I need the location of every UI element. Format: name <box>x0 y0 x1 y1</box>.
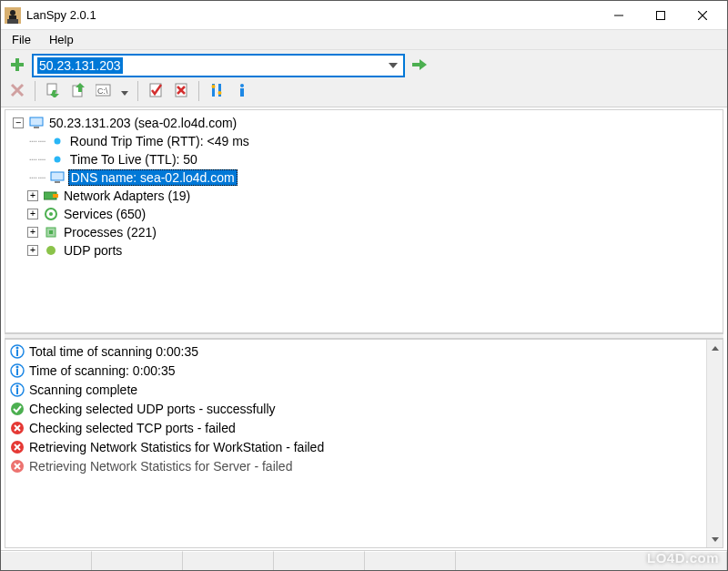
vertical-scrollbar[interactable] <box>706 340 723 547</box>
error-circle-icon <box>9 458 25 474</box>
tree-label: Network Adapters (19) <box>62 189 192 203</box>
bullet-icon <box>50 134 65 148</box>
log-text: Checking selected UDP ports - successful… <box>29 402 276 416</box>
add-button[interactable] <box>6 55 28 76</box>
svg-point-29 <box>218 91 222 95</box>
log-text: Total time of scanning 0:00:35 <box>29 344 198 359</box>
tree-root-label: 50.23.131.203 (sea-02.lo4d.com) <box>47 116 238 130</box>
tools-icon <box>209 83 224 100</box>
menu-help[interactable]: Help <box>40 31 83 48</box>
svg-point-30 <box>240 84 244 87</box>
delete-button[interactable] <box>6 80 28 102</box>
tree-item-ttl[interactable]: ┈┈ Time To Live (TTL): 50 <box>7 150 721 168</box>
tree-label-selected: DNS name: sea-02.lo4d.com <box>68 169 238 186</box>
tree-item-processes[interactable]: + Processes (221) <box>7 223 721 241</box>
svg-rect-37 <box>55 181 60 183</box>
sheet-down-icon <box>46 83 60 100</box>
info-icon <box>235 83 249 100</box>
svg-rect-18 <box>78 87 82 92</box>
circle-green-icon <box>44 243 58 258</box>
check-button[interactable] <box>145 80 167 102</box>
info-circle-icon <box>9 343 25 360</box>
tree-label: UDP ports <box>62 243 124 258</box>
info-circle-icon <box>9 382 25 398</box>
status-cell <box>183 551 274 570</box>
tree-label: Time To Live (TTL): 50 <box>68 152 199 167</box>
tree-item-dns[interactable]: ┈┈ DNS name: sea-02.lo4d.com <box>7 168 721 187</box>
status-cell <box>92 551 183 570</box>
statusbar <box>1 550 727 570</box>
tree-item-services[interactable]: + Services (650) <box>7 205 721 223</box>
log-row: Checking selected TCP ports - failed <box>5 418 706 437</box>
terminal-dropdown[interactable] <box>118 80 131 102</box>
go-button[interactable] <box>409 55 430 76</box>
tree-item-adapters[interactable]: + Network Adapters (19) <box>7 187 721 205</box>
svg-rect-39 <box>53 194 58 198</box>
svg-marker-65 <box>712 537 719 542</box>
expand-icon[interactable]: + <box>27 227 38 238</box>
svg-rect-9 <box>11 63 24 66</box>
minimize-button[interactable] <box>598 2 640 29</box>
menubar: File Help <box>1 30 727 50</box>
tree-label: Services (650) <box>62 207 147 221</box>
log-row: Checking selected UDP ports - successful… <box>5 399 706 418</box>
svg-point-49 <box>16 365 19 368</box>
svg-point-41 <box>49 212 53 216</box>
sheet-check-icon <box>148 83 163 100</box>
expand-icon[interactable]: + <box>27 209 38 219</box>
expand-icon[interactable]: + <box>27 190 38 201</box>
export-button[interactable] <box>67 80 89 102</box>
terminal-button[interactable]: C:\ <box>93 80 115 102</box>
titlebar: LanSpy 2.0.1 <box>1 1 727 30</box>
status-cell <box>456 551 727 570</box>
results-tree[interactable]: − 50.23.131.203 (sea-02.lo4d.com) ┈┈ Rou… <box>5 109 723 333</box>
info-button[interactable] <box>231 80 253 102</box>
close-button[interactable] <box>682 2 723 29</box>
svg-marker-10 <box>389 63 398 68</box>
import-button[interactable] <box>42 80 64 102</box>
scroll-track[interactable] <box>707 356 723 531</box>
svg-marker-64 <box>712 346 719 351</box>
svg-rect-36 <box>51 172 64 180</box>
arrow-right-icon <box>410 56 429 76</box>
log-row: Total time of scanning 0:00:35 <box>5 342 706 361</box>
log-text: Checking selected TCP ports - failed <box>29 421 236 435</box>
collapse-icon[interactable]: − <box>13 117 24 128</box>
dropdown-arrow-icon <box>121 85 128 98</box>
scroll-up-icon[interactable] <box>707 340 723 356</box>
svg-rect-3 <box>7 19 18 24</box>
plus-icon <box>9 56 25 76</box>
address-value: 50.23.131.203 <box>37 57 123 74</box>
toolbar: 50.23.131.203 <box>1 50 727 107</box>
maximize-button[interactable] <box>640 2 682 29</box>
scroll-down-icon[interactable] <box>707 531 723 547</box>
address-combo[interactable]: 50.23.131.203 <box>32 54 405 77</box>
tree-root[interactable]: − 50.23.131.203 (sea-02.lo4d.com) <box>7 114 721 132</box>
log-text: Scanning complete <box>29 382 137 397</box>
success-circle-icon <box>9 401 25 417</box>
x-icon <box>10 83 25 100</box>
uncheck-button[interactable] <box>170 80 192 102</box>
options-button[interactable] <box>206 80 228 102</box>
expand-icon[interactable]: + <box>27 245 38 256</box>
log-row: Scanning complete <box>5 380 706 399</box>
svg-rect-5 <box>657 11 665 19</box>
chevron-down-icon[interactable] <box>385 57 401 74</box>
log-pane: Total time of scanning 0:00:35 Time of s… <box>5 339 723 548</box>
svg-point-1 <box>10 10 15 15</box>
computer-icon <box>29 116 44 130</box>
window-title: LanSpy 2.0.1 <box>26 8 96 22</box>
svg-rect-33 <box>34 127 39 128</box>
tree-item-udp[interactable]: + UDP ports <box>7 241 721 260</box>
app-icon <box>5 7 21 24</box>
svg-point-52 <box>16 384 19 387</box>
main-window: LanSpy 2.0.1 File Help 50.23.131.203 <box>0 0 728 571</box>
tree-item-rtt[interactable]: ┈┈ Round Trip Time (RTT): <49 ms <box>7 132 721 150</box>
sheet-x-icon <box>174 83 188 100</box>
log-content[interactable]: Total time of scanning 0:00:35 Time of s… <box>5 340 706 547</box>
svg-point-44 <box>46 246 56 255</box>
menu-file[interactable]: File <box>3 31 40 48</box>
status-cell <box>274 551 365 570</box>
gear-icon <box>44 207 58 221</box>
svg-rect-31 <box>240 88 244 97</box>
